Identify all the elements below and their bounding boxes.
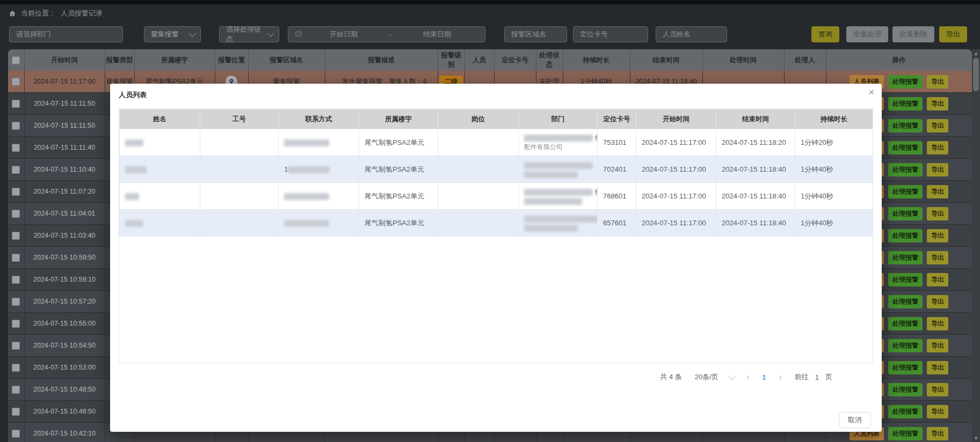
post-cell (438, 156, 519, 183)
start-time-cell: 2024-07-15 11:17:00 (636, 210, 716, 237)
close-icon[interactable]: × (868, 87, 874, 98)
name-cell (120, 210, 200, 237)
duration-cell: 1分钟40秒 (795, 156, 873, 183)
post-cell (438, 129, 519, 156)
name-cell (120, 156, 200, 183)
contact-cell (279, 129, 359, 156)
column-header: 持续时长 (795, 109, 873, 129)
current-page-button[interactable]: 1 (762, 373, 766, 381)
department-cell (519, 156, 598, 183)
department-line2 (524, 170, 592, 179)
column-header: 联系方式 (279, 109, 359, 129)
page-size-value: 20条/页 (695, 372, 718, 382)
end-time-cell: 2024-07-15 11:18:40 (716, 210, 795, 237)
goto-suffix: 页 (825, 372, 832, 382)
person-row: 尾气制氢PSA2单元 修配件有限公司7531012024-07-15 11:17… (120, 129, 873, 156)
department-cell: 修配件有限公司 (519, 129, 598, 156)
redacted-text (524, 198, 582, 205)
end-time-cell: 2024-07-15 11:18:40 (716, 156, 795, 183)
pagination-total: 共 4 条 (660, 372, 681, 382)
card-cell: 657601 (598, 210, 636, 237)
start-time-cell: 2024-07-15 11:17:00 (636, 183, 716, 210)
department-line1 (524, 160, 592, 170)
redacted-text (524, 189, 593, 196)
department-line1: 修 (524, 133, 592, 142)
department-line1 (524, 214, 592, 223)
chevron-down-icon (728, 372, 736, 380)
card-cell: 768601 (598, 183, 636, 210)
department-line2: 配件有限公司 (524, 142, 592, 152)
building-cell: 尾气制氢PSA2单元 (359, 156, 438, 183)
department-cell (519, 210, 598, 237)
modal-title: 人员列表 (119, 90, 147, 100)
column-header: 姓名 (120, 109, 200, 129)
employee-id-cell (200, 183, 279, 210)
person-list-modal: 人员列表 × 姓名工号联系方式所属楼宇岗位部门定位卡号开始时间结束时间持续时长 … (110, 84, 882, 432)
next-page-button[interactable]: › (779, 372, 781, 382)
end-time-cell: 2024-07-15 11:18:20 (716, 129, 795, 156)
cancel-button[interactable]: 取消 (839, 412, 871, 428)
start-time-cell: 2024-07-15 11:17:00 (636, 156, 716, 183)
department-fragment: 配件有限公司 (524, 143, 563, 151)
redacted-text (524, 162, 593, 169)
post-cell (438, 183, 519, 210)
department-line1: 修 (524, 187, 592, 196)
card-cell: 702401 (598, 156, 636, 183)
building-cell: 尾气制氢PSA2单元 (359, 183, 438, 210)
column-header: 岗位 (438, 109, 519, 129)
department-line2 (524, 223, 592, 232)
employee-id-cell (200, 210, 279, 237)
person-row: 尾气制氢PSA2单元6576012024-07-15 11:17:002024-… (120, 210, 873, 237)
redacted-text (284, 193, 329, 200)
card-cell: 753101 (598, 129, 636, 156)
redacted-text (284, 220, 329, 227)
contact-cell: 1 (279, 156, 359, 183)
column-header: 定位卡号 (598, 109, 636, 129)
duration-cell: 1分钟20秒 (795, 129, 873, 156)
employee-id-cell (200, 156, 279, 183)
column-header: 所属楼宇 (359, 109, 438, 129)
duration-cell: 1分钟40秒 (795, 210, 873, 237)
person-row: 尾气制氢PSA2单元 修7686012024-07-15 11:17:00202… (120, 183, 873, 210)
contact-cell (279, 183, 359, 210)
redacted-text (524, 216, 598, 223)
redacted-text (125, 166, 147, 173)
redacted-text (125, 139, 143, 146)
app-root: 当前位置： 人员报警记录 请选择部门 聚集报警 选择处理状态 开始日期 - 结束… (0, 0, 980, 442)
person-list-table: 姓名工号联系方式所属楼宇岗位部门定位卡号开始时间结束时间持续时长 尾气制氢PSA… (119, 108, 873, 363)
page-size-select[interactable]: 20条/页 (695, 372, 734, 382)
prev-page-button[interactable]: ‹ (746, 372, 749, 382)
start-time-cell: 2024-07-15 11:17:00 (636, 129, 716, 156)
redacted-text (524, 135, 593, 142)
column-header: 开始时间 (636, 109, 716, 129)
column-header: 部门 (519, 109, 598, 129)
redacted-text (125, 193, 139, 200)
goto-page-input[interactable]: 1 (815, 373, 819, 381)
department-line2 (524, 196, 592, 205)
redacted-text (524, 225, 578, 232)
redacted-text (524, 171, 578, 178)
post-cell (438, 210, 519, 237)
pagination: 共 4 条 20条/页 ‹ 1 › 前往 1 页 (660, 372, 832, 382)
name-cell (120, 183, 200, 210)
column-header: 结束时间 (716, 109, 795, 129)
contact-cell (279, 210, 359, 237)
modal-table-header: 姓名工号联系方式所属楼宇岗位部门定位卡号开始时间结束时间持续时长 (120, 109, 873, 129)
department-cell: 修 (519, 183, 598, 210)
redacted-text (125, 220, 143, 227)
goto-label: 前往 (795, 372, 809, 382)
building-cell: 尾气制氢PSA2单元 (359, 129, 438, 156)
column-header: 工号 (200, 109, 279, 129)
building-cell: 尾气制氢PSA2单元 (359, 210, 438, 237)
redacted-text (288, 166, 330, 173)
redacted-text (284, 139, 329, 146)
employee-id-cell (200, 129, 279, 156)
name-cell (120, 129, 200, 156)
duration-cell: 1分钟40秒 (795, 183, 873, 210)
end-time-cell: 2024-07-15 11:18:40 (716, 183, 795, 210)
person-row: 1尾气制氢PSA2单元7024012024-07-15 11:17:002024… (120, 156, 873, 183)
